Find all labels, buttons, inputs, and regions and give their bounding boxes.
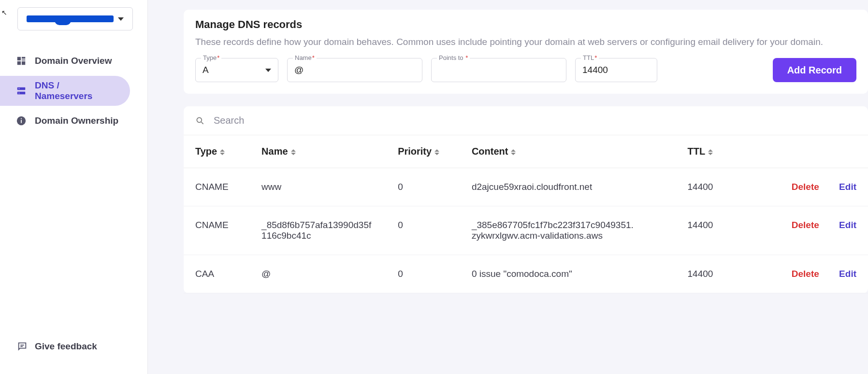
give-feedback[interactable]: Give feedback xyxy=(0,343,147,374)
dashboard-icon xyxy=(15,55,27,67)
edit-button[interactable]: Edit xyxy=(839,182,856,192)
sidebar: Domain Overview DNS / Nameservers Domain… xyxy=(0,0,148,374)
sort-icon xyxy=(291,149,296,155)
feedback-label: Give feedback xyxy=(35,341,97,352)
type-value: A xyxy=(203,65,209,75)
cell-content: 0 issue "comodoca.com" xyxy=(460,255,676,293)
svg-line-15 xyxy=(202,122,203,124)
svg-rect-11 xyxy=(21,118,22,119)
col-type[interactable]: Type xyxy=(184,135,250,168)
table-row: CAA @ 0 0 issue "comodoca.com" 14400 Del… xyxy=(184,255,868,293)
points-field-wrap: Points to * xyxy=(431,58,566,82)
svg-rect-0 xyxy=(17,57,21,60)
cell-content: d2ajcue59xraoi.cloudfront.net xyxy=(460,168,676,206)
delete-button[interactable]: Delete xyxy=(792,220,819,230)
name-field-wrap: Name* xyxy=(287,58,422,82)
edit-button[interactable]: Edit xyxy=(839,269,856,279)
domain-name-redacted xyxy=(27,15,114,22)
domain-select[interactable] xyxy=(17,7,133,30)
sidebar-item-label: Domain Ownership xyxy=(35,115,118,126)
cell-type: CAA xyxy=(184,255,250,293)
svg-point-7 xyxy=(19,88,20,89)
cell-content: _385e867705fc1f7bc223f317c9049351.zykwrx… xyxy=(460,206,676,255)
cell-type: CNAME xyxy=(184,168,250,206)
sidebar-item-label: DNS / Nameservers xyxy=(35,80,115,101)
col-actions xyxy=(744,135,868,168)
name-input[interactable] xyxy=(287,58,422,82)
ttl-field-wrap: TTL* xyxy=(575,58,657,82)
delete-button[interactable]: Delete xyxy=(792,182,819,192)
sort-icon xyxy=(220,149,225,155)
table-row: CNAME _85d8f6b757afa13990d35f116c9bc41c … xyxy=(184,206,868,255)
table-row: CNAME www 0 d2ajcue59xraoi.cloudfront.ne… xyxy=(184,168,868,206)
sidebar-item-label: Domain Overview xyxy=(35,56,112,66)
sidebar-item-dns-nameservers[interactable]: DNS / Nameservers xyxy=(0,76,130,106)
svg-rect-10 xyxy=(21,120,22,123)
name-label: Name* xyxy=(293,54,317,61)
sort-icon xyxy=(434,149,439,155)
svg-rect-5 xyxy=(17,87,26,90)
svg-rect-3 xyxy=(17,61,21,65)
add-record-button[interactable]: Add Record xyxy=(773,58,856,82)
search-icon xyxy=(195,116,205,126)
svg-point-14 xyxy=(197,117,202,122)
cell-actions: Delete Edit xyxy=(744,255,868,293)
records-table: Type Name Priority Content TTL CNAME www… xyxy=(184,135,868,293)
cell-name: _85d8f6b757afa13990d35f116c9bc41c xyxy=(250,206,386,255)
col-priority[interactable]: Priority xyxy=(386,135,460,168)
cell-ttl: 14400 xyxy=(676,206,744,255)
sidebar-item-domain-ownership[interactable]: Domain Ownership xyxy=(0,106,147,136)
points-label: Points to * xyxy=(437,54,470,61)
info-icon xyxy=(15,115,27,127)
svg-rect-1 xyxy=(22,57,25,59)
cell-name: www xyxy=(250,168,386,206)
cell-ttl: 14400 xyxy=(676,168,744,206)
cell-actions: Delete Edit xyxy=(744,206,868,255)
edit-button[interactable]: Edit xyxy=(839,220,856,230)
svg-rect-6 xyxy=(17,92,26,95)
col-name[interactable]: Name xyxy=(250,135,386,168)
type-select[interactable]: A xyxy=(195,58,278,82)
type-field-wrap: Type* A xyxy=(195,58,278,82)
manage-title: Manage DNS records xyxy=(195,18,856,31)
cell-name: @ xyxy=(250,255,386,293)
cell-priority: 0 xyxy=(386,206,460,255)
sidebar-nav: Domain Overview DNS / Nameservers Domain… xyxy=(0,46,147,343)
ttl-label: TTL* xyxy=(581,54,599,61)
points-input[interactable] xyxy=(431,58,566,82)
delete-button[interactable]: Delete xyxy=(792,269,819,279)
sort-icon xyxy=(511,149,516,155)
cell-ttl: 14400 xyxy=(676,255,744,293)
records-panel: Type Name Priority Content TTL CNAME www… xyxy=(184,106,868,293)
type-label: Type* xyxy=(201,54,221,61)
cell-priority: 0 xyxy=(386,168,460,206)
search-input[interactable] xyxy=(214,115,856,126)
chevron-down-icon xyxy=(265,69,271,72)
ttl-input[interactable] xyxy=(575,58,657,82)
sidebar-item-domain-overview[interactable]: Domain Overview xyxy=(0,46,147,76)
sort-icon xyxy=(708,149,713,155)
col-content[interactable]: Content xyxy=(460,135,676,168)
records-tbody: CNAME www 0 d2ajcue59xraoi.cloudfront.ne… xyxy=(184,168,868,293)
add-record-form: Type* A Name* Points to * TTL* xyxy=(195,58,856,82)
col-ttl[interactable]: TTL xyxy=(676,135,744,168)
svg-rect-4 xyxy=(22,61,25,65)
chevron-down-icon xyxy=(118,17,124,21)
manage-panel: Manage DNS records ↖ These records defin… xyxy=(184,10,868,94)
chat-icon xyxy=(16,341,28,352)
search-wrap xyxy=(184,106,868,135)
server-icon xyxy=(15,85,27,97)
cell-priority: 0 xyxy=(386,255,460,293)
svg-point-8 xyxy=(19,93,20,94)
records-thead: Type Name Priority Content TTL xyxy=(184,135,868,168)
svg-rect-2 xyxy=(22,59,25,60)
manage-desc: These records define how your domain beh… xyxy=(195,37,856,47)
cell-type: CNAME xyxy=(184,206,250,255)
cell-actions: Delete Edit xyxy=(744,168,868,206)
main: Manage DNS records ↖ These records defin… xyxy=(148,0,868,374)
